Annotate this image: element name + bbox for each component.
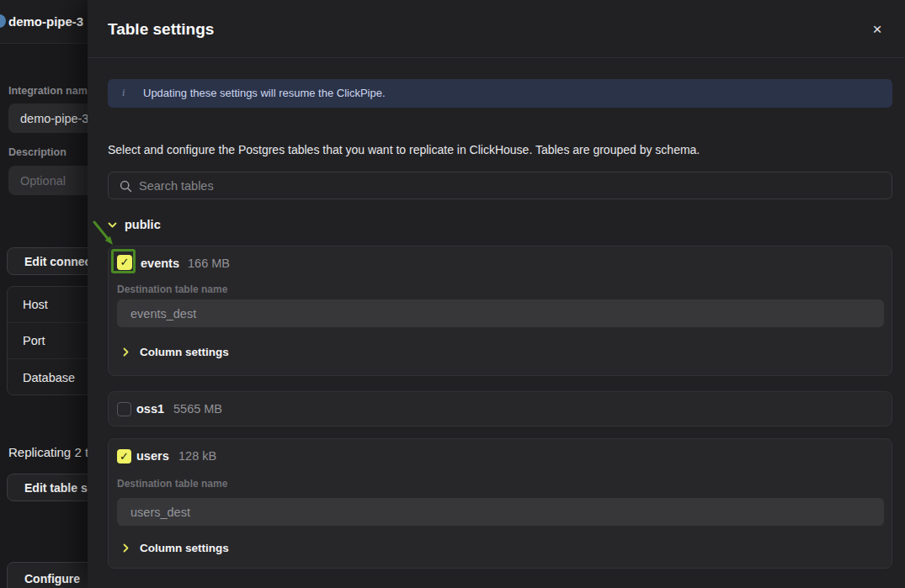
column-settings-label: Column settings bbox=[140, 542, 229, 554]
integration-name-label: Integration name bbox=[8, 85, 93, 97]
description-label: Description bbox=[8, 146, 67, 158]
oss1-checkbox[interactable] bbox=[117, 402, 131, 416]
info-banner-text: Updating these settings will resume the … bbox=[143, 87, 386, 99]
users-column-settings-toggle[interactable]: Column settings bbox=[123, 542, 229, 554]
table-size: 166 MB bbox=[188, 257, 230, 270]
modal-description: Select and configure the Postgres tables… bbox=[108, 143, 892, 156]
pipe-title: demo-pipe-3 bbox=[8, 14, 83, 29]
table-card-oss1: oss1 5565 MB bbox=[108, 391, 892, 426]
users-checkbox[interactable]: ✓ bbox=[117, 449, 131, 464]
table-name: users bbox=[136, 449, 169, 463]
table-size: 5565 MB bbox=[173, 402, 222, 416]
events-destination-input[interactable] bbox=[117, 299, 884, 327]
destination-table-label: Destination table name bbox=[117, 283, 227, 295]
info-banner: i Updating these settings will resume th… bbox=[108, 79, 892, 108]
table-size: 128 kB bbox=[178, 449, 216, 463]
table-card-users: ✓ users 128 kB Destination table name Co… bbox=[108, 438, 892, 569]
search-box bbox=[108, 172, 892, 199]
modal-title: Table settings bbox=[108, 20, 214, 39]
table-card-events: ✓ events 166 MB Destination table name C… bbox=[108, 246, 892, 376]
chevron-right-icon bbox=[123, 543, 129, 553]
events-column-settings-toggle[interactable]: Column settings bbox=[123, 346, 229, 358]
postgres-icon bbox=[0, 14, 6, 28]
search-input[interactable] bbox=[139, 172, 885, 199]
chevron-down-icon bbox=[108, 222, 117, 228]
table-settings-modal: Table settings × i Updating these settin… bbox=[88, 0, 905, 588]
info-icon: i bbox=[122, 87, 125, 99]
events-checkbox[interactable]: ✓ bbox=[117, 255, 132, 270]
app-root: demo-pipe-3 Integration name Description… bbox=[0, 0, 905, 588]
header-divider bbox=[88, 57, 905, 58]
close-icon[interactable]: × bbox=[867, 19, 887, 40]
users-destination-input[interactable] bbox=[117, 498, 884, 526]
schema-name: public bbox=[125, 218, 161, 231]
table-name: oss1 bbox=[136, 402, 164, 416]
column-settings-label: Column settings bbox=[140, 346, 229, 358]
table-name: events bbox=[141, 257, 179, 270]
chevron-right-icon bbox=[123, 347, 129, 357]
destination-table-label: Destination table name bbox=[117, 478, 227, 490]
schema-group-public[interactable]: public bbox=[108, 217, 161, 232]
search-icon bbox=[120, 180, 132, 193]
